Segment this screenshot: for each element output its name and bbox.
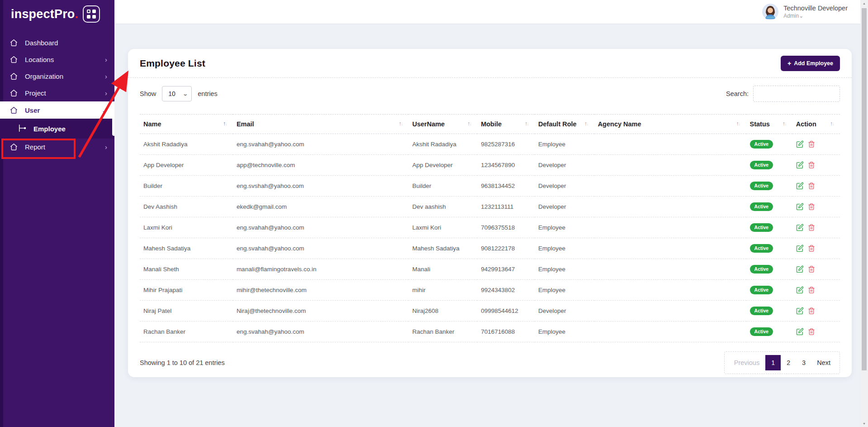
sidebar-item-locations[interactable]: Locations› — [0, 51, 114, 68]
cell-username: Laxmi Kori — [408, 217, 477, 238]
cell-agency — [594, 134, 746, 155]
cell-mobile: 9081222178 — [477, 238, 535, 259]
status-badge: Active — [750, 244, 773, 253]
edit-button[interactable] — [796, 182, 804, 190]
edit-button[interactable] — [796, 140, 804, 148]
cell-status: Active — [746, 197, 792, 217]
chevron-right-icon: › — [105, 144, 107, 150]
table-row: Niraj PatelNiraj@thetechnoville.comNiraj… — [140, 301, 840, 321]
scrollbar-thumb[interactable] — [862, 8, 867, 370]
delete-button[interactable] — [808, 161, 815, 169]
column-header-agency-name[interactable]: Agency Name↑↓ — [594, 115, 746, 134]
pagination-next[interactable]: Next — [811, 359, 836, 366]
user-menu[interactable]: Technoville Developer Admin⌄ — [783, 4, 848, 19]
cell-role: Employee — [535, 134, 594, 155]
home-icon — [9, 106, 19, 115]
delete-button[interactable] — [808, 328, 815, 336]
pagination-page-2[interactable]: 2 — [781, 355, 796, 370]
column-header-username[interactable]: UserName↑↓ — [408, 115, 477, 134]
delete-button[interactable] — [808, 182, 815, 190]
delete-button[interactable] — [808, 307, 815, 315]
column-header-status[interactable]: Status↑↓ — [746, 115, 792, 134]
delete-button[interactable] — [808, 265, 815, 273]
sidebar-subitem-employee[interactable]: Employee — [0, 119, 114, 139]
cell-username: Mahesh Sadatiya — [408, 238, 477, 259]
edit-button[interactable] — [796, 245, 804, 252]
delete-button[interactable] — [808, 203, 815, 211]
cell-username: Rachan Banker — [408, 321, 477, 342]
cell-mobile: 09998544612 — [477, 301, 535, 321]
search-label: Search: — [726, 90, 749, 97]
sort-icons: ↑↓ — [525, 120, 532, 127]
table-row: Rachan Bankereng.svahah@yahoo.comRachan … — [140, 321, 840, 342]
sidebar-item-user[interactable]: User⌄ — [0, 101, 114, 119]
pagination-page-3[interactable]: 3 — [796, 355, 811, 370]
cell-mobile: 1234567890 — [477, 155, 535, 176]
action-buttons — [796, 265, 837, 273]
cell-role: Developer — [535, 155, 594, 176]
cell-status: Active — [746, 238, 792, 259]
table-row: Mihir Prajapatimihir@thetechnoville.comm… — [140, 280, 840, 301]
scroll-down-icon[interactable]: ▼ — [860, 422, 868, 425]
sidebar-item-report[interactable]: Report› — [0, 139, 114, 155]
column-header-mobile[interactable]: Mobile↑↓ — [477, 115, 535, 134]
entries-summary: Showing 1 to 10 of 21 entries — [140, 359, 225, 366]
sidebar-item-project[interactable]: Project› — [0, 85, 114, 101]
edit-button[interactable] — [796, 224, 804, 231]
branch-icon — [18, 124, 28, 134]
sort-icons: ↑↓ — [467, 120, 474, 127]
pagination-previous[interactable]: Previous — [728, 359, 765, 366]
action-buttons — [796, 203, 837, 211]
sort-icons: ↑↓ — [783, 120, 790, 127]
sidebar-item-organization[interactable]: Organization› — [0, 68, 114, 85]
column-header-default-role[interactable]: Default Role↑↓ — [535, 115, 594, 134]
employee-list-card: Employee List + Add Employee Show 10 ⌄ e… — [128, 49, 852, 377]
delete-button[interactable] — [808, 286, 815, 294]
cell-action — [792, 217, 840, 238]
delete-button[interactable] — [808, 140, 815, 148]
scroll-up-icon[interactable]: ▲ — [860, 2, 868, 5]
chevron-down-icon: ⌄ — [799, 13, 803, 19]
cell-email: eng.svshah@yahoo.com — [233, 176, 409, 197]
column-header-action[interactable]: Action↑↓ — [792, 115, 840, 134]
cell-email: manali@flamingotravels.co.in — [233, 259, 409, 280]
pagination-page-1[interactable]: 1 — [765, 355, 781, 370]
cell-name: Builder — [140, 176, 233, 197]
cell-role: Developer — [535, 197, 594, 217]
vertical-scrollbar[interactable]: ▲ ▼ — [860, 0, 868, 427]
cell-agency — [594, 301, 746, 321]
delete-button[interactable] — [808, 224, 815, 231]
edit-button[interactable] — [796, 265, 804, 273]
table-row: Dev Aashishekedk@gmail.comDev aashish123… — [140, 197, 840, 217]
sidebar-menu: DashboardLocations›Organization›Project›… — [0, 28, 114, 155]
home-icon — [9, 55, 19, 64]
sidebar-item-dashboard[interactable]: Dashboard — [0, 34, 114, 51]
search-input[interactable] — [753, 86, 840, 102]
table-controls: Show 10 ⌄ entries Search: — [128, 78, 852, 110]
column-header-email[interactable]: Email↑↓ — [233, 115, 409, 134]
logo-text: inspectPro — [11, 7, 75, 21]
add-employee-button[interactable]: + Add Employee — [781, 56, 840, 71]
cell-agency — [594, 197, 746, 217]
edit-button[interactable] — [796, 161, 804, 169]
column-header-name[interactable]: Name↑↓ — [140, 115, 233, 134]
sort-down-icon: ↓ — [526, 120, 528, 127]
avatar[interactable] — [762, 4, 778, 20]
cell-status: Active — [746, 259, 792, 280]
cell-username: Builder — [408, 176, 477, 197]
sort-down-icon: ↓ — [400, 120, 402, 127]
chevron-right-icon: › — [105, 90, 107, 96]
edit-button[interactable] — [796, 286, 804, 294]
sort-icons: ↑↓ — [584, 120, 592, 127]
sidebar-subitem-label: Employee — [33, 125, 66, 133]
plus-icon: + — [787, 60, 791, 67]
delete-button[interactable] — [808, 245, 815, 252]
edit-button[interactable] — [796, 307, 804, 315]
page-size-select[interactable]: 10 ⌄ — [162, 86, 192, 101]
column-label: Email — [237, 120, 254, 128]
chevron-down-icon: ⌄ — [101, 107, 107, 114]
edit-button[interactable] — [796, 203, 804, 211]
column-label: Agency Name — [598, 120, 641, 128]
cell-name: Laxmi Kori — [140, 217, 233, 238]
edit-button[interactable] — [796, 328, 804, 336]
